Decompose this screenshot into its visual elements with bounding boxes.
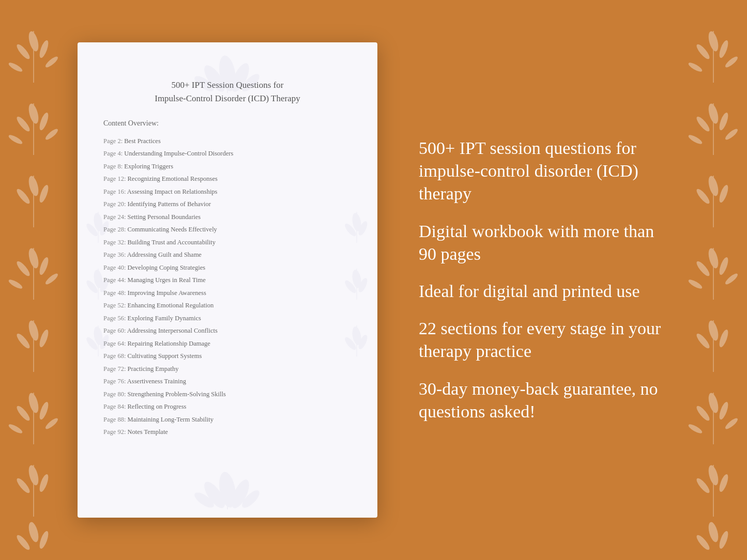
svg-point-131 [354,274,359,279]
toc-item: Page 56: Exploring Family Dynamics [103,312,352,325]
svg-point-121 [96,331,101,336]
toc-item: Page 4: Understanding Impulse-Control Di… [103,148,352,161]
svg-point-136 [354,331,359,336]
toc-item: Page 2: Best Practices [103,135,352,148]
feature-text: Ideal for digital and printed use [419,280,669,303]
toc-item: Page 36: Addressing Guilt and Shame [103,249,352,262]
svg-point-102 [201,479,228,510]
svg-point-135 [357,334,369,350]
svg-point-130 [357,277,369,293]
svg-point-119 [85,336,99,352]
right-panel: 500+ IPT session questions for impulse-c… [408,137,669,423]
svg-point-101 [217,471,238,509]
toc-item: Page 16: Assessing Impact on Relationshi… [103,185,352,198]
toc-item: Page 24: Setting Personal Boundaries [103,211,352,224]
feature-text: Digital workbook with more than 90 pages [419,220,669,266]
feature-text: 22 sections for every stage in your ther… [419,317,669,363]
toc-item: Page 48: Improving Impulse Awareness [103,287,352,300]
toc-item: Page 68: Cultivating Support Systems [103,350,352,363]
toc-heading: Content Overview: [103,119,352,128]
toc-item: Page 80: Strengthening Problem-Solving S… [103,388,352,401]
feature-text: 500+ IPT session questions for impulse-c… [419,137,669,206]
toc-item: Page 52: Enhancing Emotional Regulation [103,300,352,313]
toc-item: Page 84: Reflecting on Progress [103,401,352,414]
svg-point-116 [96,274,101,279]
toc-list: Page 2: Best PracticesPage 4: Understand… [103,135,352,439]
svg-point-106 [239,488,262,510]
toc-item: Page 40: Developing Coping Strategies [103,261,352,274]
toc-item: Page 60: Addressing Interpersonal Confli… [103,325,352,338]
svg-point-118 [93,326,104,346]
svg-point-125 [357,220,369,237]
feature-text: 30-day money-back guarantee, no question… [419,378,669,423]
toc-item: Page 92: Notes Template [103,426,352,439]
svg-point-104 [223,483,232,491]
svg-point-133 [351,326,362,346]
toc-item: Page 32: Building Trust and Accountabili… [103,236,352,249]
svg-point-105 [192,490,216,510]
svg-point-126 [354,217,359,222]
document-title: 500+ IPT Session Questions for Impulse-C… [103,79,352,105]
svg-point-111 [96,217,101,222]
toc-item: Page 44: Managing Urges in Real Time [103,274,352,287]
svg-point-97 [223,67,232,75]
toc-item: Page 76: Assertiveness Training [103,376,352,388]
doc-watermark-bottom [176,469,279,512]
document-card: 500+ IPT Session Questions for Impulse-C… [78,42,377,518]
svg-point-128 [351,269,362,289]
toc-item: Page 12: Recognizing Emotional Responses [103,173,352,186]
toc-item: Page 88: Maintaining Long-Term Stability [103,413,352,426]
toc-item: Page 8: Exploring Triggers [103,160,352,173]
svg-point-123 [351,212,362,232]
svg-point-109 [85,222,99,238]
svg-point-114 [85,279,99,295]
toc-item: Page 20: Identifying Patterns of Behavio… [103,198,352,211]
toc-item: Page 72: Practicing Empathy [103,363,352,376]
toc-item: Page 28: Communicating Needs Effectively [103,224,352,237]
svg-point-103 [228,477,252,510]
svg-point-108 [93,212,104,232]
main-content: 500+ IPT Session Questions for Impulse-C… [0,22,747,538]
toc-item: Page 64: Repairing Relationship Damage [103,337,352,350]
svg-point-113 [93,269,104,289]
